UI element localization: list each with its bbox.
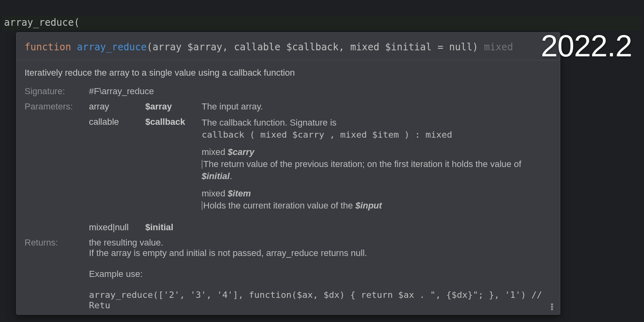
- item-type: mixed: [202, 188, 225, 198]
- caret-icon: [202, 160, 202, 169]
- callback-desc-text: The callback function. Signature is: [202, 118, 336, 128]
- param-type: callable: [89, 114, 145, 220]
- carry-desc-em: $initial: [202, 171, 230, 181]
- param-name: $initial: [145, 220, 202, 235]
- returns-line2: If the array is empty and initial is not…: [89, 248, 367, 258]
- item-desc-em: $input: [355, 200, 382, 211]
- example-label: Example use:: [89, 269, 142, 279]
- documentation-popup: function array_reduce(array $array, call…: [16, 32, 560, 315]
- signature-label: Signature:: [25, 84, 89, 99]
- item-name: $item: [228, 188, 251, 198]
- item-desc: Holds the current iteration value of the: [203, 200, 355, 211]
- returns-desc: the resulting value. If the array is emp…: [89, 235, 552, 315]
- more-options-icon[interactable]: •••: [551, 303, 553, 310]
- signature-value: #F\array_reduce: [89, 84, 552, 99]
- example-code-1: array_reduce(['2', '3', '4'], function($…: [89, 290, 542, 310]
- carry-name: $carry: [228, 147, 254, 157]
- param-type: array: [89, 99, 145, 114]
- carry-desc-post: .: [230, 171, 232, 181]
- parameters-label: Parameters:: [25, 99, 89, 114]
- keyword-function: function: [25, 41, 71, 53]
- carry-desc: The return value of the previous iterati…: [203, 159, 521, 169]
- function-name: array_reduce: [77, 41, 147, 53]
- signature-params: (array $array, callable $callback, mixed…: [147, 41, 478, 53]
- returns-line1: the resulting value.: [89, 237, 163, 248]
- doc-meta-table: Signature: #F\array_reduce Parameters: a…: [25, 84, 552, 315]
- callback-signature: callback ( mixed $carry , mixed $item ) …: [202, 130, 452, 140]
- param-desc: The callback function. Signature is call…: [202, 114, 552, 220]
- param-type: mixed|null: [89, 220, 145, 235]
- param-desc: The input array.: [202, 99, 552, 114]
- version-badge: 2022.2: [541, 28, 632, 63]
- signature-header: function array_reduce(array $array, call…: [17, 33, 560, 60]
- editor-typed-text[interactable]: array_reduce(: [4, 17, 80, 28]
- summary-text: Iteratively reduce the array to a single…: [25, 68, 552, 78]
- return-type: mixed: [484, 41, 513, 53]
- param-desc: [202, 220, 552, 235]
- param-name: $array: [145, 99, 202, 114]
- documentation-body: Iteratively reduce the array to a single…: [17, 60, 560, 315]
- returns-label: Returns:: [25, 235, 89, 315]
- param-name: $callback: [145, 114, 202, 220]
- caret-icon: [202, 201, 202, 210]
- carry-type: mixed: [202, 147, 225, 157]
